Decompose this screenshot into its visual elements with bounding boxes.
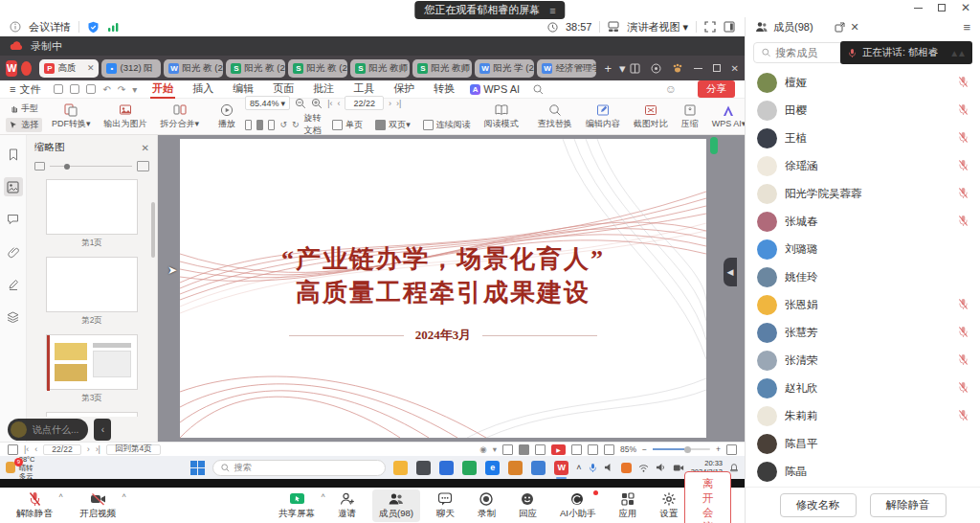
member-mic-muted-icon[interactable] [958,103,969,119]
fullscreen-view-icon[interactable] [588,444,598,455]
auto-scroll-icon[interactable]: ◉ [479,444,486,454]
member-row[interactable]: 阳光学院吴蓉蓉 [746,180,980,208]
single-column-view-icon[interactable] [245,120,252,130]
rotate-left-icon[interactable]: ↺ [279,120,287,129]
fullscreen-icon[interactable] [704,21,716,33]
export-image-button[interactable]: 输出为图片 [100,102,151,131]
share-screen-button[interactable]: 共享屏幕 ˄ [272,489,322,522]
member-row[interactable]: 刘璐璐 [746,236,980,263]
tray-speaker-icon[interactable] [604,463,614,472]
menu-item[interactable]: 开始 [150,80,175,99]
panel-menu-icon[interactable]: ≡ [963,20,970,34]
apps-button[interactable]: 应用 [612,489,643,522]
member-mic-muted-icon[interactable] [958,131,969,147]
rename-button[interactable]: 修改名称 [780,493,857,517]
member-mic-muted-icon[interactable] [958,353,969,369]
taskbar-app-icon[interactable] [531,461,546,475]
fit-page-view-icon[interactable] [268,120,275,130]
tray-wifi-icon[interactable] [638,464,649,472]
select-tool-button[interactable]: 选择 [6,118,42,132]
bookmark-view-icon[interactable] [604,444,614,455]
zoom-in-icon[interactable] [311,98,323,109]
chat-quick-input[interactable]: 说点什么... [8,419,88,441]
video-panel-collapse-handle[interactable]: ◀ [724,258,737,286]
wps-tab[interactable]: S 阳光 教 (2 ✕ [226,59,285,78]
unmute-expand-icon[interactable]: ˄ [58,491,63,500]
tray-expand-icon[interactable]: ˄ [576,463,581,472]
next-page-icon[interactable]: › [389,99,391,108]
taskbar-app-icon[interactable]: W [554,461,568,475]
member-mic-muted-icon[interactable] [958,76,969,91]
zoom-level-box[interactable]: 85.44%▾ [245,96,290,110]
zoom-slider[interactable] [653,448,710,450]
thumbnail-size-slider[interactable] [34,161,149,171]
pdf-convert-button[interactable]: PDF转换▾ [48,102,95,131]
taskbar-app-icon[interactable]: e [485,461,500,475]
two-column-view-icon[interactable] [256,120,263,130]
prev-page-icon[interactable]: ‹ [337,99,340,108]
layout-icon[interactable] [724,21,735,33]
taskbar-app-icon[interactable] [508,461,523,475]
single-page-button[interactable]: 单页 [328,118,367,132]
menu-search-icon[interactable] [533,84,544,95]
wps-tab[interactable]: S 阳光 教师 ✕ [412,59,472,78]
attachment-icon[interactable] [4,242,23,262]
redo-icon[interactable]: ↷ [118,84,125,95]
page-thumbnail[interactable]: 第2页 [46,257,138,327]
wps-tab[interactable]: W 经济管理学 ✕ [537,59,596,78]
wps-tab[interactable]: S 阳光 教 (2 ✕ [288,59,347,78]
members-button[interactable]: 成员(98) [372,489,420,522]
network-signal-icon[interactable] [107,22,120,33]
status-zoom-out-icon[interactable]: − [642,444,647,454]
wps-tab[interactable]: • (312) 阳 ✕ [101,59,161,78]
double-page-button[interactable]: 双页▾ [371,118,414,132]
tray-mic-icon[interactable] [589,463,597,473]
status-zoom-in-icon[interactable]: + [716,444,721,454]
speaker-view-icon[interactable] [608,21,619,33]
continuous-read-button[interactable]: 连续阅读 [419,118,475,132]
panel-popout-icon[interactable] [835,22,845,33]
taskbar-app-icon[interactable] [416,461,431,475]
panel-close-icon[interactable]: ✕ [851,21,859,34]
read-mode-button[interactable]: 阅读模式 [480,102,523,131]
grid-view-icon[interactable] [571,444,582,455]
status-first-page-icon[interactable]: |‹ [24,444,29,454]
notification-icon[interactable] [729,463,739,472]
page-thumbnail[interactable]: 第3页 [46,334,138,404]
page-layout-icon[interactable] [535,444,546,455]
status-next-page-icon[interactable]: › [87,444,90,454]
settings-button[interactable]: 设置 [653,489,684,522]
wps-settings-icon[interactable] [651,63,661,74]
comment-icon[interactable] [4,210,23,229]
first-page-icon[interactable]: |‹ [327,99,332,108]
member-row[interactable]: 陈晶 [746,458,980,486]
hand-tool-button[interactable]: 手型 [6,102,42,116]
thumbnail-panel-close-icon[interactable]: ✕ [142,143,149,153]
page-thumbnail[interactable]: 第4页 [46,412,138,417]
tray-app-icon[interactable] [621,463,632,473]
status-zoom-level[interactable]: 85% [620,444,636,454]
ribbon-wps-ai-button[interactable]: WPS AI▾ [708,103,750,129]
wps-tab[interactable]: P 高质 ✕ [39,59,99,78]
member-row[interactable]: 张清荣 [746,347,980,375]
file-menu[interactable]: 文件 [19,82,40,97]
wps-tab[interactable]: W 阳光 教 (2 ✕ [164,59,223,78]
layers-icon[interactable] [4,307,23,327]
member-row[interactable]: 姚佳玲 [746,263,980,291]
windows-start-button[interactable] [190,461,205,475]
fit-page-icon[interactable] [519,444,529,455]
share-expand-icon[interactable]: ˄ [321,491,325,500]
presentation-play-button[interactable]: ▶ [551,444,566,455]
member-row[interactable]: 朱莉莉 [746,402,980,430]
find-replace-button[interactable]: 查找替换 [534,102,576,131]
member-row[interactable]: 张城春 [746,208,980,236]
member-mic-muted-icon[interactable] [958,409,969,424]
wps-tab[interactable]: S 阳光 教师 ✕ [350,59,410,78]
ai-assistant-button[interactable]: AI小助手 [553,489,602,522]
tray-volume-icon[interactable] [656,463,666,472]
status-last-page-icon[interactable]: ›| [96,444,100,454]
wps-ai-menu[interactable]: A WPS AI [470,83,520,95]
member-mic-muted-icon[interactable] [958,381,969,397]
auto-scroll-caret[interactable]: ▾ [493,444,497,454]
member-mic-muted-icon[interactable] [958,187,969,202]
